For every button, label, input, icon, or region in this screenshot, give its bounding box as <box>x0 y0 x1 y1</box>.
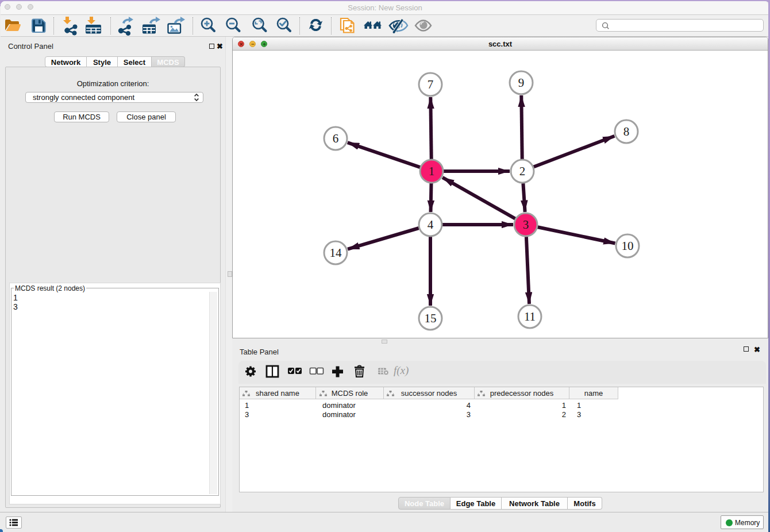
svg-text:10: 10 <box>622 239 634 253</box>
svg-text:7: 7 <box>428 78 434 91</box>
svg-text:9: 9 <box>518 76 525 90</box>
svg-text:11: 11 <box>524 310 536 323</box>
svg-text:6: 6 <box>333 132 339 145</box>
svg-text:15: 15 <box>425 311 437 325</box>
svg-text:14: 14 <box>330 246 342 260</box>
svg-text:3: 3 <box>523 218 529 232</box>
svg-text:8: 8 <box>623 125 630 138</box>
svg-text:1: 1 <box>429 164 435 178</box>
svg-text:2: 2 <box>519 164 526 178</box>
svg-text:4: 4 <box>428 218 434 232</box>
